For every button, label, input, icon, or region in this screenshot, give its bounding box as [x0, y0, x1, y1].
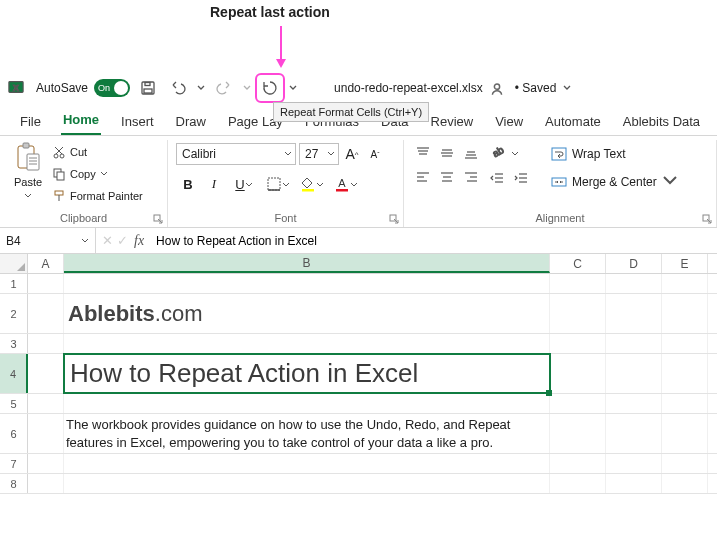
cell-B4[interactable]: How to Repeat Action in Excel [64, 354, 550, 393]
tab-review[interactable]: Review [429, 110, 476, 135]
svg-text:ab: ab [491, 145, 505, 159]
saved-status: • Saved [515, 81, 557, 95]
formula-input[interactable] [150, 234, 717, 248]
svg-rect-23 [302, 189, 314, 192]
paste-button[interactable]: Paste [8, 142, 48, 202]
bold-button[interactable]: B [176, 172, 200, 196]
align-middle-button[interactable] [436, 142, 458, 164]
svg-point-5 [494, 84, 499, 89]
select-all-corner[interactable] [0, 254, 28, 273]
align-center-button[interactable] [436, 166, 458, 188]
group-alignment-label: Alignment [412, 212, 708, 226]
svg-text:X: X [13, 83, 19, 93]
tab-home[interactable]: Home [61, 108, 101, 135]
alignment-launcher-icon[interactable] [702, 213, 714, 225]
autosave-label: AutoSave [36, 81, 88, 95]
undo-dropdown[interactable] [196, 76, 206, 100]
font-name-combo[interactable]: Calibri [176, 143, 296, 165]
autosave-toggle[interactable]: On [94, 79, 130, 97]
col-header-D[interactable]: D [606, 254, 662, 273]
svg-line-15 [56, 147, 63, 154]
clipboard-launcher-icon[interactable] [153, 213, 165, 225]
cell-B6[interactable]: The workbook provides guidance on how to… [64, 414, 550, 453]
align-top-button[interactable] [412, 142, 434, 164]
undo-icon[interactable] [166, 76, 190, 100]
saved-dropdown[interactable] [562, 76, 572, 100]
align-right-button[interactable] [460, 166, 482, 188]
format-painter-button[interactable]: Format Painter [52, 186, 143, 206]
svg-line-14 [55, 147, 62, 154]
merge-center-button[interactable]: Merge & Center [551, 170, 678, 194]
col-header-A[interactable]: A [28, 254, 64, 273]
row-2[interactable]: 2 Ablebits.com [0, 294, 717, 334]
cut-button[interactable]: Cut [52, 142, 143, 162]
save-icon[interactable] [136, 76, 160, 100]
copy-button[interactable]: Copy [52, 164, 143, 184]
qat-customize-dropdown[interactable] [288, 76, 298, 100]
worksheet[interactable]: A B C D E 1 2 Ablebits.com 3 4 How to Re… [0, 254, 717, 494]
filename[interactable]: undo-redo-repeat-excel.xlsx [334, 81, 483, 95]
svg-rect-52 [552, 148, 566, 160]
row-5[interactable]: 5 [0, 394, 717, 414]
name-box[interactable]: B4 [0, 228, 96, 253]
group-font-label: Font [176, 212, 395, 226]
increase-font-button[interactable]: A^ [342, 143, 362, 165]
ablebits-logo: Ablebits.com [68, 301, 202, 327]
row-8[interactable]: 8 [0, 474, 717, 494]
orientation-button[interactable]: ab [486, 142, 508, 164]
fill-color-button[interactable] [296, 172, 328, 196]
align-bottom-button[interactable] [460, 142, 482, 164]
svg-rect-25 [336, 189, 348, 192]
paste-label: Paste [14, 176, 42, 188]
row-7[interactable]: 7 [0, 454, 717, 474]
borders-button[interactable] [262, 172, 294, 196]
underline-button[interactable]: U [228, 172, 260, 196]
column-headers[interactable]: A B C D E [0, 254, 717, 274]
svg-rect-53 [552, 178, 566, 186]
redo-icon[interactable] [212, 76, 236, 100]
tab-file[interactable]: File [18, 110, 43, 135]
svg-rect-3 [145, 83, 150, 86]
align-left-button[interactable] [412, 166, 434, 188]
svg-rect-4 [144, 89, 152, 93]
group-clipboard: Paste Cut Copy Format Painter Clipboard [0, 140, 168, 227]
font-size-combo[interactable]: 27 [299, 143, 339, 165]
tab-insert[interactable]: Insert [119, 110, 156, 135]
tab-draw[interactable]: Draw [174, 110, 208, 135]
decrease-font-button[interactable]: Aˇ [365, 143, 385, 165]
group-clipboard-label: Clipboard [8, 212, 159, 226]
col-header-C[interactable]: C [550, 254, 606, 273]
svg-text:A: A [338, 177, 346, 189]
decrease-indent-button[interactable] [486, 168, 508, 190]
cancel-formula-icon[interactable]: ✕ [102, 233, 113, 248]
tab-ablebits[interactable]: Ablebits Data [621, 110, 702, 135]
svg-rect-18 [55, 191, 63, 195]
col-header-B[interactable]: B [64, 254, 550, 273]
repeat-icon[interactable] [258, 76, 282, 100]
formula-bar-row: B4 ✕ ✓ fx [0, 228, 717, 254]
redo-dropdown[interactable] [242, 76, 252, 100]
group-alignment: ab Wrap Text Merge & Center Alignment [404, 140, 717, 227]
row-1[interactable]: 1 [0, 274, 717, 294]
increase-indent-button[interactable] [510, 168, 532, 190]
wrap-text-button[interactable]: Wrap Text [551, 142, 678, 166]
svg-rect-21 [268, 178, 280, 190]
repeat-tooltip: Repeat Format Cells (Ctrl+Y) [273, 102, 429, 122]
orientation-dropdown[interactable] [510, 142, 520, 166]
fx-icon[interactable]: fx [134, 233, 150, 249]
italic-button[interactable]: I [202, 172, 226, 196]
row-3[interactable]: 3 [0, 334, 717, 354]
enter-formula-icon[interactable]: ✓ [117, 233, 128, 248]
cell-B5[interactable] [64, 394, 550, 413]
svg-rect-17 [57, 172, 64, 180]
author-icon[interactable] [489, 81, 503, 95]
tab-automate[interactable]: Automate [543, 110, 603, 135]
tab-view[interactable]: View [493, 110, 525, 135]
col-header-E[interactable]: E [662, 254, 708, 273]
svg-rect-7 [23, 143, 29, 148]
excel-logo-icon: X [8, 79, 26, 97]
font-color-button[interactable]: A [330, 172, 362, 196]
row-4[interactable]: 4 How to Repeat Action in Excel [0, 354, 717, 394]
row-6[interactable]: 6 The workbook provides guidance on how … [0, 414, 717, 454]
font-launcher-icon[interactable] [389, 213, 401, 225]
